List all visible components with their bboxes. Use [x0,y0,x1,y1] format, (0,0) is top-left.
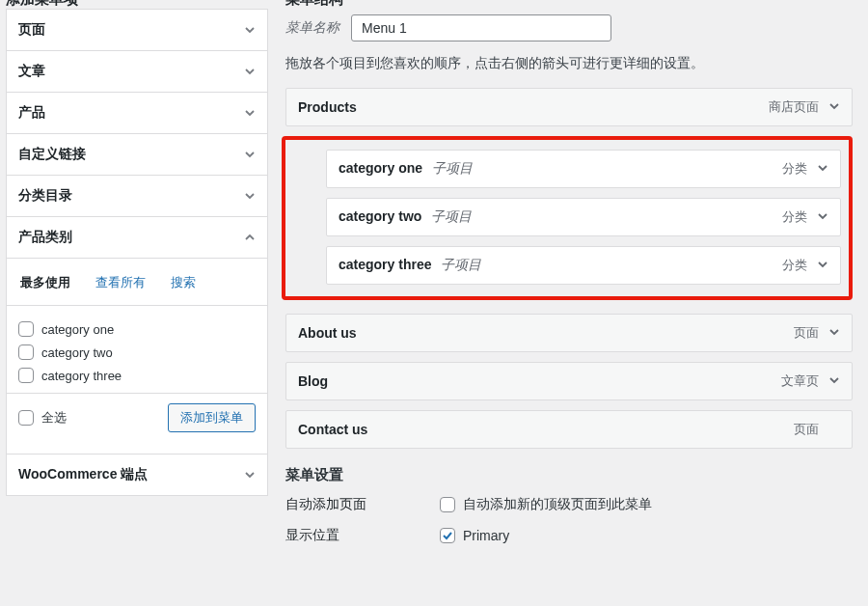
list-item: category three [18,364,256,387]
menu-item-type: 页面 [794,324,819,342]
menu-item-type: 文章页 [781,372,819,390]
chevron-down-icon[interactable] [828,326,840,341]
menu-structure-heading: 菜单结构 [285,0,856,9]
menu-name-label: 菜单名称 [285,19,339,37]
menu-item-type: 分类 [782,257,807,274]
menu-item-title: category one 子项目 [339,160,473,178]
acc-categories[interactable]: 分类目录 [7,176,267,216]
checkbox[interactable] [18,344,34,360]
menu-item-category-one[interactable]: category one 子项目 分类 [326,150,841,188]
chevron-down-icon[interactable] [828,423,840,437]
menu-item-title: About us [298,325,357,341]
chevron-up-icon [244,232,256,243]
tab-search[interactable]: 搜索 [169,268,205,297]
select-all-label: 全选 [41,409,67,427]
chevron-down-icon [244,66,256,77]
acc-posts[interactable]: 文章 [7,51,267,92]
tab-most-used[interactable]: 最多使用 [18,268,80,297]
menu-item-title: category three 子项目 [339,257,481,274]
menu-item-type: 页面 [794,421,819,438]
chevron-down-icon[interactable] [828,100,840,115]
menu-item-title-text: category one [339,160,422,176]
chevron-down-icon [244,149,256,160]
menu-item-title: Contact us [298,422,367,437]
chevron-down-icon[interactable] [817,162,828,177]
chevron-down-icon [244,24,256,36]
acc-label: 文章 [18,63,45,80]
select-all-checkbox[interactable] [18,410,34,426]
acc-label: 自定义链接 [18,146,86,163]
position-primary-checkbox[interactable] [440,528,455,543]
menu-item-blog[interactable]: Blog 文章页 [285,362,853,400]
menu-item-title-text: category two [339,208,421,224]
acc-label: WooCommerce 端点 [18,466,148,483]
acc-pages[interactable]: 页面 [7,10,267,50]
menu-item-products[interactable]: Products 商店页面 [285,88,853,126]
menu-items-list: Products 商店页面 category one 子项目 分类 [285,88,856,449]
highlight-box: category one 子项目 分类 category two 子项目 分类 [282,136,853,300]
chevron-down-icon [244,190,256,202]
list-item-label: category one [41,322,114,337]
acc-body: 最多使用 查看所有 搜索 category one category two [7,258,267,454]
menu-item-title: Blog [298,373,328,389]
select-all-row: 全选 [18,405,67,430]
acc-label: 产品 [18,104,45,122]
chevron-down-icon [244,469,256,481]
position-option-label: Primary [463,528,509,543]
menu-item-type: 分类 [782,208,807,226]
checkbox[interactable] [18,321,34,337]
menu-item-subtext: 子项目 [431,208,472,224]
menu-item-contact[interactable]: Contact us 页面 [285,410,853,449]
menu-item-about[interactable]: About us 页面 [285,314,853,352]
menu-item-subtext: 子项目 [441,257,481,272]
menu-item-category-three[interactable]: category three 子项目 分类 [326,246,841,285]
menu-item-title: Products [298,99,357,115]
menu-name-input[interactable] [351,14,611,41]
chevron-down-icon[interactable] [817,210,828,225]
acc-product-categories[interactable]: 产品类别 [7,217,267,258]
list-item: category one [18,317,256,341]
acc-label: 产品类别 [18,229,72,246]
checkbox[interactable] [18,368,34,383]
menu-item-title: category two 子项目 [339,208,472,226]
menu-item-category-two[interactable]: category two 子项目 分类 [326,198,841,236]
menu-item-title-text: category three [339,257,431,272]
menu-item-subtext: 子项目 [432,160,473,176]
auto-add-label: 自动添加页面 [285,496,440,513]
add-menu-accordion: 页面 文章 产品 自定义链接 分类目录 产品类别 [6,9,268,496]
tab-view-all[interactable]: 查看所有 [94,268,155,297]
chevron-down-icon [244,107,256,119]
acc-label: 分类目录 [18,187,72,205]
menu-item-type: 分类 [782,160,807,178]
list-item-label: category two [41,345,113,360]
list-item-label: category three [41,369,122,383]
menu-settings-heading: 菜单设置 [285,466,856,484]
auto-add-checkbox[interactable] [440,497,455,512]
list-item: category two [18,341,256,364]
chevron-down-icon[interactable] [828,374,840,389]
sidebar-heading: 添加菜单项 [6,0,268,9]
instructions-text: 拖放各个项目到您喜欢的顺序，点击右侧的箭头可进行更详细的设置。 [285,55,856,72]
chevron-down-icon[interactable] [817,259,828,273]
auto-add-option-label: 自动添加新的顶级页面到此菜单 [463,496,652,513]
add-to-menu-button[interactable]: 添加到菜单 [168,403,256,432]
acc-woocommerce-endpoints[interactable]: WooCommerce 端点 [7,454,267,495]
acc-products[interactable]: 产品 [7,93,267,133]
acc-custom-link[interactable]: 自定义链接 [7,134,267,175]
position-label: 显示位置 [285,527,440,544]
menu-item-type: 商店页面 [769,98,819,116]
acc-label: 页面 [18,21,45,39]
